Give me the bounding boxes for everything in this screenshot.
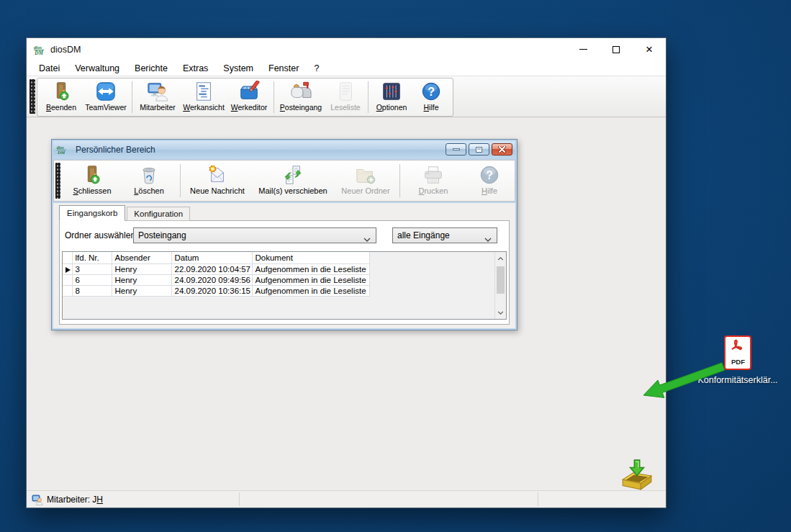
filter-combobox-value: alle Eingänge (397, 230, 450, 240)
loeschen-button[interactable]: Löschen (121, 161, 177, 200)
toolbar-grip[interactable] (30, 79, 35, 114)
scroll-down-icon[interactable] (495, 307, 506, 318)
options-mixer-icon (381, 81, 402, 102)
mdi-hilfe-button: ? Hilfe (464, 161, 515, 200)
menu-help[interactable]: ? (309, 62, 324, 75)
work-view-icon (193, 81, 214, 102)
optionen-button[interactable]: Optionen (371, 78, 412, 116)
dios-logo-icon: dios DM (33, 43, 46, 56)
close-icon (498, 146, 506, 153)
column-header[interactable]: Datum (171, 252, 252, 263)
mdi-minimize-button[interactable] (446, 143, 466, 155)
menu-fenster[interactable]: Fenster (263, 62, 304, 75)
toolbar-separator (399, 164, 400, 197)
mdi-body: Eingangskorb Konfiguration Ordner auswäh… (53, 203, 515, 328)
teamviewer-button[interactable]: TeamViewer (82, 78, 130, 116)
grid-vertical-scrollbar[interactable] (494, 252, 506, 319)
maximize-button[interactable] (600, 38, 633, 60)
svg-text:?: ? (486, 169, 493, 181)
tab-eingangskorb[interactable]: Eingangskorb (59, 205, 125, 221)
table-row[interactable]: 6 Henry 24.09.2020 09:49:56 Aufgenommen … (63, 274, 369, 285)
exit-door-icon (81, 164, 103, 186)
maximize-icon (613, 46, 620, 53)
toolbar-separator (274, 81, 274, 113)
employee-status-icon (32, 494, 43, 505)
chevron-down-icon (484, 234, 492, 244)
mdi-titlebar: dios DM Persönlicher Bereich (53, 141, 515, 158)
mdi-toolbar: Schliessen Löschen (53, 160, 515, 202)
beenden-button[interactable]: Beenden (40, 78, 82, 116)
column-header[interactable]: Absender (112, 252, 171, 263)
column-header[interactable]: lfd. Nr. (72, 252, 112, 263)
toolbar-separator (368, 81, 369, 113)
folder-select-label: Ordner auswählen (65, 230, 135, 240)
help-icon: ? (479, 164, 500, 186)
statusbar-separator (239, 492, 240, 506)
werkansicht-button[interactable]: Werkansicht (181, 78, 227, 116)
mitarbeiter-button[interactable]: Mitarbeiter (135, 78, 181, 116)
close-button[interactable]: × (633, 38, 666, 60)
minimize-button[interactable] (566, 38, 600, 60)
werkeditor-button[interactable]: Werkeditor (227, 78, 271, 116)
statusbar-separator (538, 492, 538, 506)
tab-konfiguration[interactable]: Konfiguration (127, 207, 190, 221)
svg-text:?: ? (428, 86, 435, 98)
hilfe-button[interactable]: ? Hilfe (412, 78, 450, 116)
toolbar-grip[interactable] (55, 163, 60, 199)
desktop: PDF Konformitätserklär... dios DM diosDM… (0, 0, 791, 532)
teamviewer-icon (95, 81, 117, 102)
table-row[interactable]: 8 Henry 24.09.2020 10:36:15 Aufgenommen … (63, 285, 369, 296)
schliessen-button[interactable]: Schliessen (63, 161, 121, 200)
chevron-down-icon (363, 234, 371, 244)
mdi-client-area: dios DM Persönlicher Bereich (27, 117, 666, 492)
mails-verschieben-button[interactable]: Mail(s) verschieben (251, 161, 335, 200)
exit-door-icon (50, 81, 72, 102)
svg-text:dios: dios (34, 45, 42, 50)
grid-header-row: lfd. Nr. Absender Datum Dokument (63, 252, 369, 263)
mailbox-icon (290, 81, 312, 102)
mdi-restore-button[interactable] (469, 143, 489, 155)
printer-icon (422, 164, 444, 186)
statusbar: Mitarbeiter: JH (27, 490, 666, 508)
new-message-icon (207, 164, 228, 186)
main-toolbar: Beenden TeamViewer (27, 76, 666, 117)
minimize-icon (453, 148, 460, 150)
menu-verwaltung[interactable]: Verwaltung (70, 62, 125, 75)
toolbar-separator (132, 81, 132, 113)
menubar: Datei Verwaltung Berichte Extras System … (27, 61, 666, 76)
window-title: diosDM (50, 45, 81, 55)
close-icon: × (646, 43, 653, 55)
app-window: dios DM diosDM × Datei Verwaltung Berich… (26, 37, 666, 508)
current-row-marker-cell (63, 263, 72, 274)
folder-combobox-value: Posteingang (138, 230, 186, 240)
menu-berichte[interactable]: Berichte (130, 62, 173, 75)
table-row[interactable]: 3 Henry 22.09.2020 10:04:57 Aufgenommen … (63, 263, 369, 274)
filter-combobox[interactable]: alle Eingänge (392, 227, 497, 243)
posteingang-button[interactable]: Posteingang (276, 78, 325, 116)
folder-select-row: Ordner auswählen Posteingang alle Eingän… (60, 221, 509, 250)
folder-combobox[interactable]: Posteingang (133, 227, 376, 243)
menu-extras[interactable]: Extras (178, 62, 213, 75)
tab-strip: Eingangskorb Konfiguration (59, 205, 191, 221)
mdi-close-button[interactable] (492, 143, 512, 155)
move-mails-icon (282, 164, 304, 186)
scrollbar-thumb[interactable] (497, 266, 505, 294)
mdi-window: dios DM Persönlicher Bereich (51, 139, 517, 330)
selector-column-header (63, 252, 72, 263)
menu-datei[interactable]: Datei (34, 62, 65, 75)
minimize-icon (579, 49, 587, 50)
menu-system[interactable]: System (218, 62, 258, 75)
mail-grid: lfd. Nr. Absender Datum Dokument 3 Henry (62, 251, 507, 320)
leseliste-button: Leseliste (325, 78, 366, 116)
dios-logo-icon: dios DM (56, 144, 68, 155)
reading-list-icon (335, 81, 356, 102)
scroll-up-icon[interactable] (495, 253, 506, 264)
work-editor-icon (238, 81, 260, 102)
pdf-shortcut[interactable]: PDF Konformitätserklär... (690, 335, 786, 385)
titlebar: dios DM diosDM × (27, 38, 666, 61)
neue-nachricht-button[interactable]: Neue Nachricht (184, 161, 251, 200)
inbox-drop-icon[interactable] (618, 459, 655, 492)
column-header[interactable]: Dokument (252, 252, 369, 263)
new-folder-icon (355, 164, 376, 186)
current-row-marker-icon (65, 267, 71, 273)
